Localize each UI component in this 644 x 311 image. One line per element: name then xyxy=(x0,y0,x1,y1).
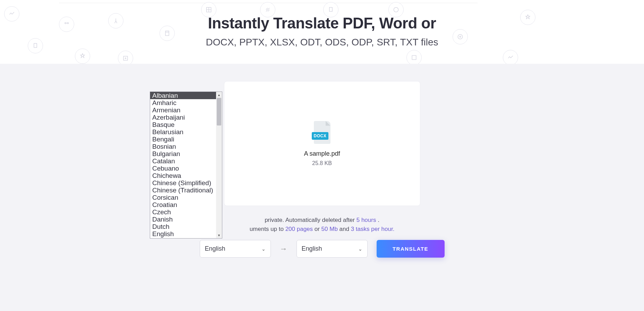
chevron-down-icon: ⌄ xyxy=(358,246,362,252)
file-badge: DOCX xyxy=(312,132,329,140)
dropdown-option[interactable]: Cebuano xyxy=(150,165,216,172)
dropdown-option[interactable]: Amharic xyxy=(150,99,216,106)
dropdown-option[interactable]: Azerbaijani xyxy=(150,114,216,121)
dropdown-scrollbar[interactable]: ▲ ▼ xyxy=(216,92,222,238)
to-language-value: English xyxy=(302,245,322,252)
dropdown-option[interactable]: Armenian xyxy=(150,106,216,114)
info-text: private. Automatically deleted after 5 h… xyxy=(201,216,444,234)
svg-rect-17 xyxy=(412,55,416,60)
dropdown-option[interactable]: Bengali xyxy=(150,136,216,143)
dropdown-option[interactable]: Chinese (Simplified) xyxy=(150,179,216,187)
from-language-value: English xyxy=(205,245,225,252)
headline-subtitle: DOCX, PPTX, XLSX, ODT, ODS, ODP, SRT, TX… xyxy=(0,37,644,48)
scroll-thumb[interactable] xyxy=(217,98,221,126)
dropdown-option[interactable]: Croatian xyxy=(150,201,216,208)
to-language-select[interactable]: English ⌄ xyxy=(297,240,368,258)
dropdown-option[interactable]: English xyxy=(150,230,216,237)
scroll-down-button[interactable]: ▼ xyxy=(216,232,222,238)
headline-title: Instantly Translate PDF, Word or xyxy=(0,15,644,32)
arrow-right-icon: → xyxy=(280,244,287,253)
scroll-up-button[interactable]: ▲ xyxy=(216,92,222,98)
chevron-down-icon: ⌄ xyxy=(261,246,266,252)
dropdown-option[interactable]: Bosnian xyxy=(150,143,216,150)
dropdown-option[interactable]: Dutch xyxy=(150,223,216,230)
dropdown-option[interactable]: Danish xyxy=(150,216,216,223)
language-dropdown-list[interactable]: AlbanianAmharicArmenianAzerbaijaniBasque… xyxy=(150,92,222,239)
dropdown-option[interactable]: Albanian xyxy=(150,92,216,99)
dropdown-option[interactable]: Czech xyxy=(150,208,216,216)
file-icon: DOCX xyxy=(312,121,332,144)
dropdown-option[interactable]: Catalan xyxy=(150,157,216,165)
translate-button[interactable]: TRANSLATE xyxy=(377,240,445,258)
file-card: DOCX A sample.pdf 25.8 KB xyxy=(224,81,420,206)
file-name: A sample.pdf xyxy=(304,150,340,157)
dropdown-option[interactable]: Chinese (Traditional) xyxy=(150,187,216,194)
dropdown-option[interactable]: Corsican xyxy=(150,194,216,201)
dropdown-option[interactable]: Bulgarian xyxy=(150,150,216,157)
file-size: 25.8 KB xyxy=(312,160,332,166)
dropdown-option[interactable]: Chichewa xyxy=(150,172,216,179)
dropdown-option[interactable]: Belarusian xyxy=(150,128,216,136)
dropdown-option[interactable]: Basque xyxy=(150,121,216,128)
from-language-select[interactable]: English ⌄ xyxy=(200,240,271,258)
